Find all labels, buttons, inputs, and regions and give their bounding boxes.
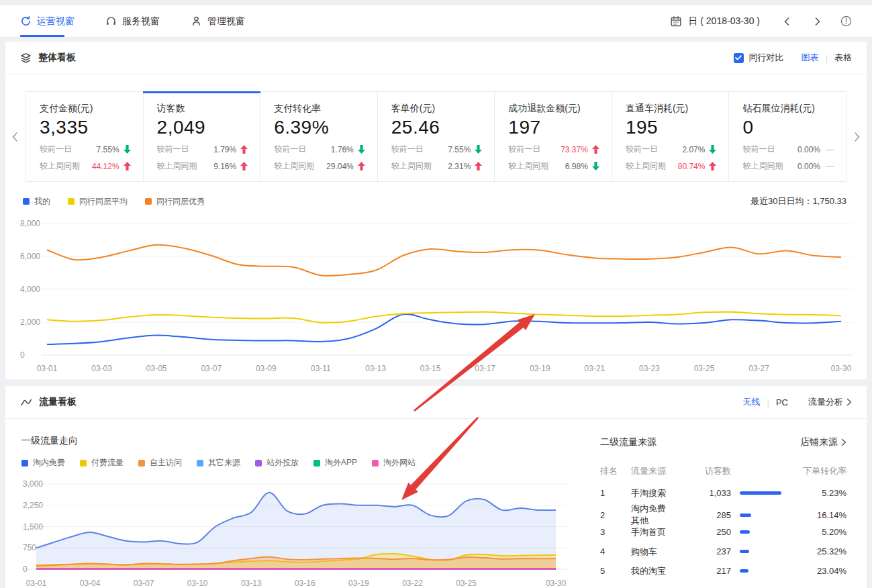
flat-dash: — <box>826 145 834 154</box>
svg-text:03-15: 03-15 <box>420 364 441 373</box>
traffic-source-row[interactable]: 2淘内免费其他28516.14% <box>600 503 846 522</box>
kpi-value: 3,335 <box>40 117 131 138</box>
view-table-toggle[interactable]: 表格 <box>834 52 852 64</box>
visitors-cell: 285 <box>667 510 731 520</box>
legend-item[interactable]: 站外投放 <box>255 457 299 469</box>
carousel-next-icon[interactable] <box>854 132 861 142</box>
tab-management-view[interactable]: 管理视窗 <box>191 5 245 37</box>
kpi-card[interactable]: 支付转化率6.39%较前一日1.76%较上周同期29.04% <box>260 92 378 181</box>
col-visitors: 访客数 <box>667 465 731 477</box>
shop-source-link[interactable]: 店铺来源 <box>800 436 846 448</box>
compare-value: 0.00% <box>797 145 820 154</box>
svg-text:03-25: 03-25 <box>694 364 715 373</box>
legend-label: 付费流量 <box>91 457 124 469</box>
legend-item[interactable]: 淘内免费 <box>21 457 65 469</box>
carousel-prev-icon[interactable] <box>11 132 18 142</box>
svg-text:3,000: 3,000 <box>23 479 43 489</box>
kpi-title: 支付转化率 <box>274 103 365 115</box>
legend-label: 其它来源 <box>208 457 240 469</box>
traffic-analysis-link[interactable]: 流量分析 <box>808 396 852 408</box>
traffic-area-chart[interactable]: 07501,5002,2503,00003-0103-0403-0703-100… <box>21 475 582 588</box>
kpi-compare-row: 较上周同期29.04% <box>274 160 365 172</box>
compare-value: 9.16% <box>213 162 236 171</box>
rate-cell: 5.23% <box>785 488 846 498</box>
svg-text:03-22: 03-22 <box>402 579 423 588</box>
chevron-right-icon <box>846 398 852 406</box>
visitors-bar <box>731 530 785 534</box>
svg-text:03-10: 03-10 <box>187 579 208 588</box>
svg-text:03-30: 03-30 <box>831 364 852 373</box>
traffic-chart-legend: 淘内免费付费流量自主访问其它来源站外投放淘外APP淘外网站 <box>21 457 591 469</box>
wireless-toggle[interactable]: 无线 <box>743 396 761 408</box>
rank-cell: 2 <box>600 510 631 520</box>
kpi-card[interactable]: 访客数2,049较前一日1.79%较上周同期9.16% <box>144 92 261 181</box>
next-date-button[interactable] <box>814 17 822 26</box>
kpi-card[interactable]: 客单价(元)25.46较前一日7.55%较上周同期2.31% <box>378 92 495 181</box>
kpi-compare-row: 较上周同期44.12% <box>40 160 131 172</box>
tab-operations-view[interactable]: 运营视窗 <box>20 5 75 37</box>
legend-item[interactable]: 同行同层优秀 <box>145 196 205 207</box>
kpi-compare-row: 较前一日7.55% <box>40 144 131 155</box>
legend-swatch <box>138 460 145 467</box>
date-selector[interactable]: 日 ( 2018-03-30 ) <box>688 15 760 28</box>
svg-text:03-23: 03-23 <box>639 364 660 373</box>
svg-text:03-07: 03-07 <box>201 364 222 373</box>
compare-value: 1.76% <box>331 145 354 154</box>
legend-item[interactable]: 同行同层平均 <box>68 196 128 207</box>
svg-text:4,000: 4,000 <box>20 285 40 294</box>
tab-service-view[interactable]: 服务视窗 <box>105 5 160 37</box>
legend-label: 淘外网站 <box>383 457 416 469</box>
kpi-card[interactable]: 钻石展位消耗(元)0较前一日0.00%—较上周同期0.00%— <box>729 92 846 181</box>
legend-label: 站外投放 <box>267 457 299 469</box>
kpi-title: 成功退款金额(元) <box>508 103 599 115</box>
kpi-card[interactable]: 成功退款金额(元)197较前一日73.37%较上周同期6.98% <box>495 92 612 181</box>
kpi-compare-row: 较前一日73.37% <box>508 144 599 155</box>
kpi-compare-row: 较上周同期6.98% <box>508 160 599 172</box>
svg-text:03-13: 03-13 <box>241 579 262 588</box>
traffic-source-row[interactable]: 1手淘搜索1,0335.23% <box>600 483 846 503</box>
kpi-compare-row: 较前一日1.79% <box>157 144 248 155</box>
kpi-compare-row: 较上周同期80.74% <box>626 160 717 172</box>
arrow-up-icon <box>475 162 482 170</box>
date-controls: 日 ( 2018-03-30 ) <box>670 15 852 28</box>
kpi-compare-row: 较上周同期2.31% <box>391 160 483 172</box>
checkbox-checked-icon <box>734 53 744 63</box>
info-icon[interactable] <box>840 15 852 27</box>
layers-icon <box>20 52 32 64</box>
view-chart-toggle[interactable]: 图表 <box>802 52 819 64</box>
svg-text:1,500: 1,500 <box>23 522 43 532</box>
legend-label: 同行同层优秀 <box>156 196 205 207</box>
svg-text:03-30: 03-30 <box>546 579 567 588</box>
legend-item[interactable]: 其它来源 <box>197 457 240 469</box>
traffic-source-row[interactable]: 5我的淘宝21723.04% <box>600 561 846 581</box>
arrow-up-icon <box>592 145 599 154</box>
svg-text:03-13: 03-13 <box>365 364 386 373</box>
compare-value: 44.12% <box>92 162 119 171</box>
legend-item[interactable]: 付费流量 <box>80 457 124 469</box>
prev-date-button[interactable] <box>783 17 791 26</box>
kpi-value: 197 <box>508 117 599 138</box>
svg-text:03-03: 03-03 <box>91 364 112 373</box>
svg-text:2,250: 2,250 <box>23 501 43 510</box>
peer-compare-checkbox[interactable]: 同行对比 <box>734 52 784 64</box>
svg-text:03-01: 03-01 <box>37 364 58 373</box>
person-icon <box>191 15 202 27</box>
legend-item[interactable]: 淘外APP <box>313 457 357 469</box>
pc-toggle[interactable]: PC <box>776 397 788 407</box>
legend-item[interactable]: 自主访问 <box>138 457 182 469</box>
svg-text:03-19: 03-19 <box>530 364 550 373</box>
legend-swatch <box>80 460 87 467</box>
legend-swatch <box>197 460 203 467</box>
compare-label: 较前一日 <box>274 144 306 155</box>
legend-item[interactable]: 我的 <box>23 196 50 207</box>
traffic-source-row[interactable]: 4购物车23725.32% <box>600 542 846 561</box>
legend-label: 淘内免费 <box>33 457 65 469</box>
kpi-value: 6.39% <box>274 117 365 138</box>
kpi-card[interactable]: 直通车消耗(元)195较前一日2.07%较上周同期80.74% <box>612 92 730 181</box>
kpi-card[interactable]: 支付金额(元)3,335较前一日7.55%较上周同期44.12% <box>26 92 144 181</box>
legend-label: 同行同层平均 <box>79 196 128 207</box>
compare-value: 2.31% <box>448 162 471 171</box>
legend-item[interactable]: 淘外网站 <box>372 457 416 469</box>
kpi-title: 访客数 <box>157 103 248 115</box>
trend-line-chart[interactable]: 02,0004,0006,0008,00003-0103-0303-0503-0… <box>12 213 857 381</box>
